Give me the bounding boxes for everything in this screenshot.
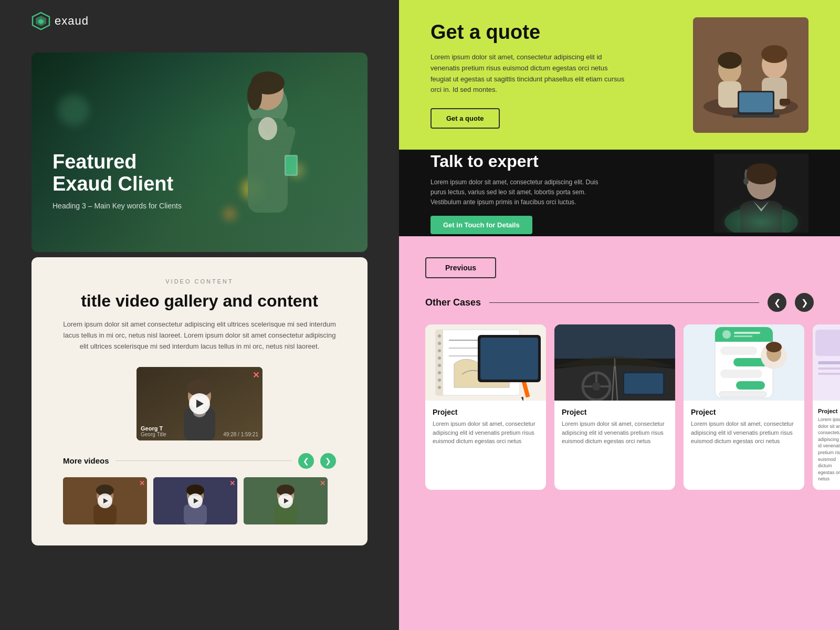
right-panel: Get a quote Lorem ipsum dolor sit amet, … [399,0,840,630]
svg-rect-87 [720,370,762,378]
video-thumbnail-3[interactable]: ✕ [244,477,328,524]
svg-point-55 [438,364,441,367]
video-close-icon[interactable]: ✕ [253,370,259,380]
project-card-3[interactable]: Project Lorem ipsum dolor sit amet, cons… [684,324,804,490]
project-card-4-partial[interactable]: Project Lorem ipsum dolor sit amet, cons… [813,324,840,490]
svg-point-58 [438,386,441,389]
svg-point-33 [718,52,742,69]
other-cases-row: Other Cases ❮ ❯ [425,293,814,312]
project-desc-1: Lorem ipsum dolor sit amet, consectetur … [433,419,539,446]
expert-contact-button[interactable]: Get in Touch for Details [430,216,532,234]
vt-close-2[interactable]: ✕ [229,479,235,487]
video-section-title: title video gallery and content [63,291,336,311]
project-card-image-4-partial [813,324,840,401]
other-cases-label: Other Cases [425,297,481,308]
video-person-info: Georg T Georg Title [141,425,166,437]
vt-play-3[interactable] [278,494,293,508]
project-card-body-3: Project Lorem ipsum dolor sit amet, cons… [684,401,804,453]
svg-point-36 [761,45,788,63]
svg-point-47 [743,177,749,185]
expert-image-bg [714,154,808,233]
hero-person [200,58,336,252]
logo-text: exaud [55,14,89,28]
cases-prev-button[interactable]: ❮ [768,293,786,312]
more-videos-next-button[interactable]: ❯ [320,453,336,469]
svg-point-57 [438,379,441,382]
more-videos-divider [116,460,292,461]
video-player[interactable]: ✕ Georg T Georg Title 49:28 / 1:59:21 [136,367,262,440]
hero-title: Featured Exaud Client [52,151,189,195]
quote-image [693,17,808,133]
svg-rect-95 [818,361,840,364]
video-info: Georg T Georg Title 49:28 / 1:59:21 [141,425,258,437]
svg-point-52 [438,342,441,345]
more-videos-prev-button[interactable]: ❮ [298,453,314,469]
expert-content: Talk to expert Lorem ipsum dolor sit ame… [430,152,704,235]
svg-rect-40 [732,114,780,118]
svg-point-92 [766,342,782,352]
svg-rect-50 [436,330,443,395]
project-desc-2: Lorem ipsum dolor sit amet, consectetur … [562,419,668,446]
more-videos-row: More videos ❮ ❯ [63,453,336,469]
project-card-image-2 [554,324,675,401]
vt-play-1[interactable] [98,494,112,508]
svg-point-53 [438,349,441,352]
project-card-1[interactable]: Project Lorem ipsum dolor sit amet, cons… [425,324,546,490]
svg-rect-10 [286,156,296,174]
video-thumbnail-1[interactable]: ✕ [63,477,147,524]
video-section-description: Lorem ipsum dolor sit amet consectetur a… [63,319,336,352]
video-section: VIDEO CONTENT title video gallery and co… [32,257,368,545]
project-cards: Project Lorem ipsum dolor sit amet, cons… [425,324,814,490]
project-desc-3: Lorem ipsum dolor sit amet, consectetur … [691,419,797,446]
quote-description: Lorem ipsum dolor sit amet, consectetur … [430,52,630,96]
project-title-4-partial: Project [818,408,840,414]
vt-play-2[interactable] [188,494,203,508]
svg-point-51 [438,334,441,338]
svg-rect-83 [734,332,760,334]
project-desc-4-partial: Lorem ipsum dolor sit amet, consectetur … [818,416,840,482]
svg-rect-94 [815,330,840,356]
svg-rect-89 [719,392,766,397]
vt-close-1[interactable]: ✕ [139,479,145,487]
svg-rect-75 [624,373,663,394]
project-card-body-4-partial: Project Lorem ipsum dolor sit amet, cons… [813,401,840,490]
video-thumbnails-row: ✕ ✕ [63,477,336,524]
hero-card: Featured Exaud Client Heading 3 – Main K… [32,52,368,252]
svg-rect-96 [818,368,840,370]
svg-rect-39 [739,92,773,112]
expert-image [714,154,808,233]
logo-area: exaud [32,12,89,30]
svg-rect-42 [780,99,790,105]
video-thumbnail-2[interactable]: ✕ [153,477,237,524]
svg-rect-85 [720,346,757,355]
video-play-button[interactable] [189,393,210,414]
svg-point-46 [746,163,777,184]
svg-rect-84 [734,335,752,337]
project-title-3: Project [691,408,797,416]
cases-section: Previous Other Cases ❮ ❯ [399,236,840,630]
project-card-body-1: Project Lorem ipsum dolor sit amet, cons… [425,401,546,453]
project-card-image-3 [684,324,804,401]
hero-subtitle: Heading 3 – Main Key words for Clients [52,202,189,210]
other-cases-divider [489,302,759,303]
quote-image-bg [693,17,808,133]
expert-section: Talk to expert Lorem ipsum dolor sit ame… [399,150,840,236]
expert-description: Lorem ipsum dolor sit amet, consectetur … [430,177,609,208]
more-videos-label: More videos [63,456,109,465]
quote-section: Get a quote Lorem ipsum dolor sit amet, … [399,0,840,150]
svg-rect-65 [480,338,538,380]
vt-close-3[interactable]: ✕ [320,479,326,487]
video-timestamp: 49:28 / 1:59:21 [223,432,258,437]
cases-next-button[interactable]: ❯ [795,293,814,312]
project-card-2[interactable]: Project Lorem ipsum dolor sit amet, cons… [554,324,675,490]
previous-button[interactable]: Previous [425,257,496,278]
project-title-1: Project [433,408,539,416]
svg-point-54 [438,356,441,360]
project-card-image-1 [425,324,546,401]
hero-text-overlay: Featured Exaud Client Heading 3 – Main K… [52,151,189,210]
svg-point-70 [592,382,601,391]
svg-point-82 [722,330,731,339]
quote-button[interactable]: Get a quote [430,108,500,129]
quote-title: Get a quote [430,21,677,44]
svg-point-56 [438,371,441,374]
